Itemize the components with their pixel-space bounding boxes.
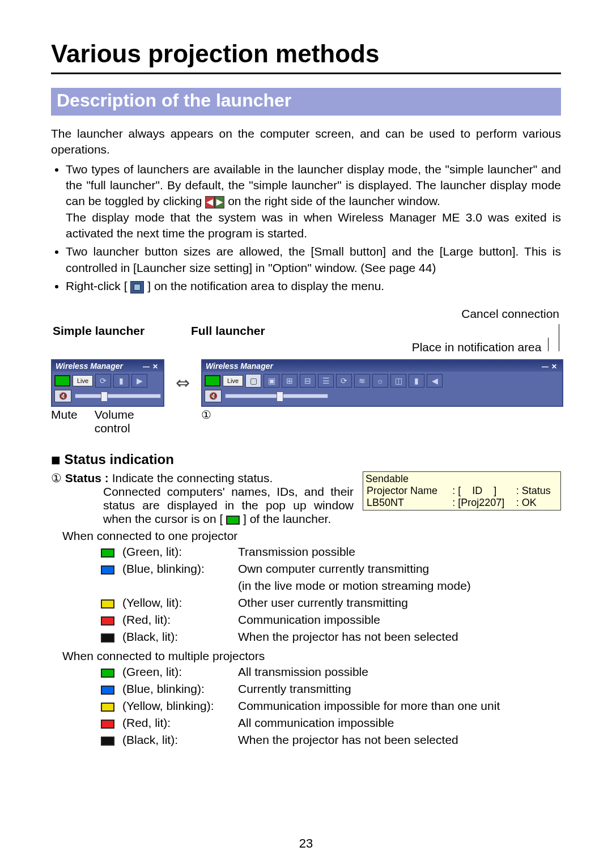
status-lamp-blue-icon bbox=[101, 565, 114, 575]
status-lamp-green-icon bbox=[101, 548, 114, 558]
multi-row: (Black, lit):When the projector has not … bbox=[97, 732, 503, 748]
color-label: (Green, lit): bbox=[119, 544, 233, 560]
color-label bbox=[119, 578, 233, 594]
status-ref: ① bbox=[51, 471, 65, 484]
caption-volume: Volume control bbox=[95, 408, 164, 435]
multi-proj-heading: When connected to multiple projectors bbox=[62, 649, 561, 663]
color-label: (Blue, blinking): bbox=[119, 681, 233, 697]
full-launcher-figure: Wireless Manager —✕ Live ▢ ▣ ⊞ ⊟ ☰ ⟳ ≋ ☼… bbox=[201, 359, 563, 407]
color-desc: Other user currently transmitting bbox=[235, 595, 474, 611]
callout-notification: Place in notification area bbox=[412, 341, 542, 354]
mute-icon-full: 🔇 bbox=[205, 390, 222, 402]
single-row: (Yellow, lit):Other user currently trans… bbox=[97, 595, 474, 611]
launcher-title-text-full: Wireless Manager bbox=[206, 361, 273, 371]
status-lamp-black-icon bbox=[101, 633, 114, 643]
label-simple-launcher: Simple launcher bbox=[53, 324, 144, 337]
status-lamp-yellow-icon bbox=[101, 599, 114, 609]
screen-icon: ▢ bbox=[245, 374, 261, 388]
color-label: (Red, lit): bbox=[119, 715, 233, 731]
colors-single-table: (Green, lit):Transmission possible(Blue,… bbox=[96, 543, 475, 646]
tooltip-col-status: Status bbox=[522, 485, 551, 496]
title-rule bbox=[51, 73, 561, 74]
color-desc: Communication impossible bbox=[235, 612, 474, 628]
black-square-icon: ■ bbox=[51, 451, 61, 469]
intro-paragraph: The launcher always appears on the compu… bbox=[51, 126, 561, 158]
multi-row: (Red, lit):All communication impossible bbox=[97, 715, 503, 731]
play-icon: ▶ bbox=[131, 374, 147, 388]
launcher-title-text: Wireless Manager bbox=[56, 361, 123, 371]
tooltip-col-name: Projector Name bbox=[366, 485, 451, 497]
shutter-icon: ◫ bbox=[390, 374, 406, 388]
label-full-launcher: Full launcher bbox=[191, 324, 265, 337]
status-text3: ] of the launcher. bbox=[243, 512, 331, 525]
simple-launcher-figure: Wireless Manager —✕ Live ⟳ ▮ ▶ 🔇 bbox=[51, 359, 164, 407]
stop-icon-full: ▮ bbox=[409, 374, 424, 388]
color-desc: All transmission possible bbox=[235, 664, 503, 680]
color-desc: Currently transmitting bbox=[235, 681, 503, 697]
color-label: (Yellow, blinking): bbox=[119, 698, 233, 714]
status-lamp-yellow-icon bbox=[101, 703, 114, 712]
collapse-icon: ◀ bbox=[427, 374, 443, 388]
live-badge-full: Live bbox=[223, 375, 243, 386]
dual-mon-icon: ▣ bbox=[264, 374, 279, 388]
tray-icon bbox=[130, 281, 144, 293]
bullet-1: Two types of launchers are available in … bbox=[66, 161, 561, 242]
status-heading-text: Status indication bbox=[65, 452, 174, 467]
grid4-icon: ⊞ bbox=[282, 374, 298, 388]
ref-1-marker: ① bbox=[201, 408, 211, 422]
multi-row: (Yellow, blinking):Communication impossi… bbox=[97, 698, 503, 714]
grid16-icon: ⊟ bbox=[300, 374, 316, 388]
status-text1: Indicate the connecting status. bbox=[109, 471, 273, 484]
tooltip-figure: Sendable Projector Name : [ ID ] : Statu… bbox=[363, 471, 561, 510]
status-lamp-inline-icon bbox=[226, 516, 240, 525]
bullet-3: Right-click [ ] on the notification area… bbox=[66, 278, 561, 294]
status-lamp-green-icon bbox=[101, 669, 114, 678]
color-label: (Yellow, lit): bbox=[119, 595, 233, 611]
launcher-figures: Wireless Manager —✕ Live ⟳ ▮ ▶ 🔇 Mute Vo… bbox=[51, 359, 561, 435]
tooltip-header: Sendable bbox=[366, 473, 558, 485]
mute-icon: 🔇 bbox=[54, 390, 71, 402]
tooltip-col-id: ID bbox=[472, 485, 482, 496]
color-desc: When the projector has not been selected bbox=[235, 629, 474, 645]
colors-multi-table: (Green, lit):All transmission possible(B… bbox=[96, 663, 504, 749]
multi-row: (Green, lit):All transmission possible bbox=[97, 664, 503, 680]
page-number: 23 bbox=[0, 836, 612, 851]
color-desc: Communication impossible for more than o… bbox=[235, 698, 503, 714]
status-label: Status : bbox=[65, 471, 109, 484]
single-row: (in the live mode or motion streaming mo… bbox=[97, 578, 474, 594]
color-desc: All communication impossible bbox=[235, 715, 503, 731]
color-label: (Green, lit): bbox=[119, 664, 233, 680]
single-row: (Blue, blinking):Own computer currently … bbox=[97, 561, 474, 577]
color-desc: When the projector has not been selected bbox=[235, 732, 503, 748]
color-label: (Red, lit): bbox=[119, 612, 233, 628]
single-proj-heading: When connected to one projector bbox=[62, 529, 561, 543]
window-controls-full: —✕ bbox=[541, 361, 559, 371]
bullet-1c: The display mode that the system was in … bbox=[66, 211, 561, 240]
live-badge: Live bbox=[73, 375, 93, 386]
status-lamp-black-icon bbox=[101, 737, 114, 746]
refresh-icon: ⟳ bbox=[95, 374, 111, 388]
tooltip-row-name: LB50NT bbox=[366, 497, 451, 509]
single-row: (Green, lit):Transmission possible bbox=[97, 544, 474, 560]
color-desc: Transmission possible bbox=[235, 544, 474, 560]
status-lamp-blue-icon bbox=[101, 686, 114, 695]
stop-icon: ▮ bbox=[113, 374, 129, 388]
refresh-icon-full: ⟳ bbox=[336, 374, 352, 388]
volume-slider-full bbox=[225, 394, 328, 398]
section-header: Description of the launcher bbox=[51, 88, 561, 116]
callout-cancel: Cancel connection bbox=[307, 307, 559, 321]
bullet-3a: Right-click [ bbox=[66, 279, 128, 292]
multi-row: (Blue, blinking):Currently transmitting bbox=[97, 681, 503, 697]
tooltip-row-status: OK bbox=[522, 497, 537, 508]
volume-slider bbox=[75, 394, 161, 398]
help-icon: ☼ bbox=[372, 374, 388, 388]
network-icon: ≋ bbox=[354, 374, 370, 388]
bullet-list: Two types of launchers are available in … bbox=[51, 161, 561, 295]
bullet-3b: ] on the notification area to display th… bbox=[147, 279, 384, 292]
toggle-mode-icon: ◀▶ bbox=[205, 196, 224, 209]
color-label: (Blue, blinking): bbox=[119, 561, 233, 577]
single-row: (Red, lit):Communication impossible bbox=[97, 612, 474, 628]
caption-mute: Mute bbox=[51, 408, 78, 435]
bullet-2: Two launcher button sizes are allowed, t… bbox=[66, 244, 561, 276]
status-heading: ■ Status indication bbox=[51, 451, 561, 469]
